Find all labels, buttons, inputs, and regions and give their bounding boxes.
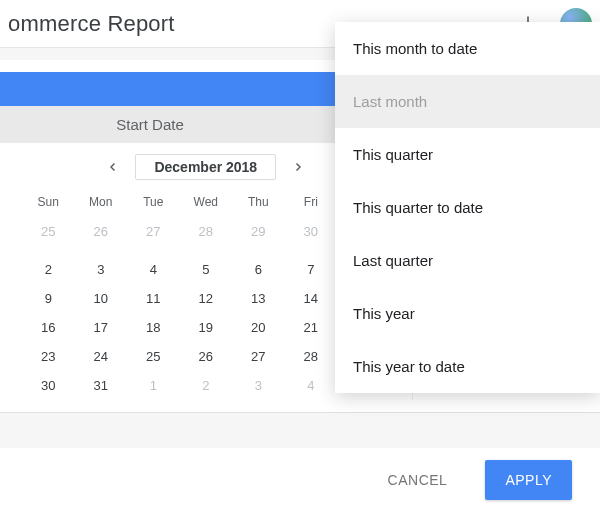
calendar-day[interactable]: 29 — [232, 217, 285, 255]
date-range-option[interactable]: This month to date — [335, 22, 600, 75]
date-range-option[interactable]: This quarter — [335, 128, 600, 181]
calendar-day[interactable]: 2 — [22, 255, 75, 284]
cancel-button[interactable]: Cancel — [368, 460, 468, 500]
dow-label: Mon — [75, 191, 128, 217]
next-month-button[interactable] — [284, 153, 312, 181]
calendar-day[interactable]: 12 — [180, 284, 233, 313]
calendar-day[interactable]: 25 — [22, 217, 75, 255]
calendar-day[interactable]: 7 — [285, 255, 338, 284]
calendar-day[interactable]: 14 — [285, 284, 338, 313]
dow-label: Tue — [127, 191, 180, 217]
dow-label: Wed — [180, 191, 233, 217]
dow-label: Sun — [22, 191, 75, 217]
calendar-day[interactable]: 27 — [232, 342, 285, 371]
calendar-day[interactable]: 6 — [232, 255, 285, 284]
calendar-day[interactable]: 19 — [180, 313, 233, 342]
calendar-day[interactable]: 30 — [285, 217, 338, 255]
calendar-day[interactable]: 5 — [180, 255, 233, 284]
calendar-day[interactable]: 1 — [127, 371, 180, 400]
dow-label: Thu — [232, 191, 285, 217]
calendar-day[interactable]: 25 — [127, 342, 180, 371]
calendar-day[interactable]: 9 — [22, 284, 75, 313]
calendar-day[interactable]: 3 — [232, 371, 285, 400]
date-range-menu[interactable]: This month to dateLast monthThis quarter… — [335, 22, 600, 393]
start-month-label[interactable]: December 2018 — [135, 154, 276, 180]
calendar-day[interactable]: 11 — [127, 284, 180, 313]
calendar-day[interactable]: 28 — [180, 217, 233, 255]
calendar-day[interactable]: 26 — [75, 217, 128, 255]
date-range-option[interactable]: This year — [335, 287, 600, 340]
calendar-day[interactable]: 28 — [285, 342, 338, 371]
calendar-day[interactable]: 3 — [75, 255, 128, 284]
date-range-option[interactable]: This year to date — [335, 340, 600, 393]
calendar-day[interactable]: 16 — [22, 313, 75, 342]
prev-month-button[interactable] — [99, 153, 127, 181]
calendar-day[interactable]: 26 — [180, 342, 233, 371]
calendar-day[interactable]: 30 — [22, 371, 75, 400]
calendar-day[interactable]: 21 — [285, 313, 338, 342]
date-range-option[interactable]: This quarter to date — [335, 181, 600, 234]
dow-label: Fri — [285, 191, 338, 217]
calendar-day[interactable]: 17 — [75, 313, 128, 342]
calendar-day[interactable]: 10 — [75, 284, 128, 313]
calendar-day[interactable]: 4 — [127, 255, 180, 284]
date-range-option[interactable]: Last quarter — [335, 234, 600, 287]
calendar-day[interactable]: 18 — [127, 313, 180, 342]
calendar-day[interactable]: 24 — [75, 342, 128, 371]
calendar-day[interactable]: 13 — [232, 284, 285, 313]
chevron-left-icon — [107, 161, 119, 173]
chevron-right-icon — [292, 161, 304, 173]
calendar-day[interactable]: 23 — [22, 342, 75, 371]
footer-actions: Cancel Apply — [0, 448, 600, 512]
calendar-day[interactable]: 4 — [285, 371, 338, 400]
start-date-label: Start Date — [0, 106, 300, 143]
calendar-day[interactable]: 27 — [127, 217, 180, 255]
date-range-option[interactable]: Last month — [335, 75, 600, 128]
calendar-day[interactable]: 2 — [180, 371, 233, 400]
calendar-day[interactable]: 20 — [232, 313, 285, 342]
apply-button[interactable]: Apply — [485, 460, 572, 500]
calendar-day[interactable]: 31 — [75, 371, 128, 400]
